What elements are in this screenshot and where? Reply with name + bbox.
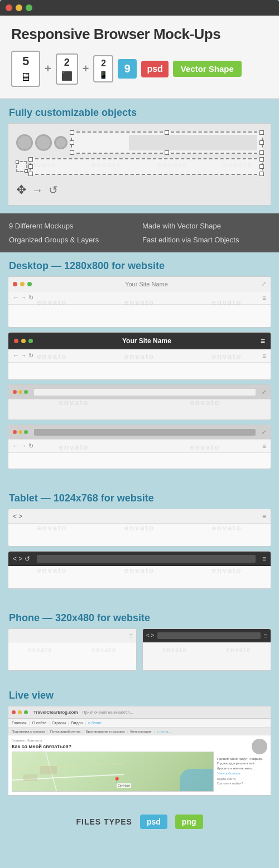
feature-3: Organized Groups & Layers — [9, 234, 137, 246]
live-view-section: Live view envato envato envato envato Tr… — [0, 682, 279, 807]
lv-subnav-consult[interactable]: Консультация — [130, 730, 151, 733]
tablet-section: Tablet — 1024x768 for website envato env… — [0, 485, 279, 604]
nav-arrows-1: ← → ↻ — [13, 294, 33, 301]
hamburger-dark: ≡ — [261, 337, 265, 345]
nav-arrows-4: ← → ↻ — [13, 442, 33, 450]
phone-content-2 — [143, 642, 271, 670]
phone-hamburger-2: ≡ — [264, 632, 267, 639]
customizable-section: Fully customizable objects envato envato… — [0, 99, 279, 213]
lv-sidebar-link[interactable]: Узнать больше — [217, 772, 267, 775]
psd-badge: psd — [141, 61, 168, 77]
psd-label: psd — [147, 64, 162, 74]
phone-chevrons-2: < > — [146, 632, 154, 638]
monitor-icon: 🖥 — [20, 71, 31, 84]
gear-group — [16, 134, 68, 151]
lv-sidebar-text: Привет! Меня зовут Глафира. Год назад я … — [217, 757, 267, 771]
lv-site-url: TravelClearBlog.com — [33, 710, 78, 715]
browser-mockup-4: envato envato ⤢ ← → ↻ ≡ — [8, 425, 271, 469]
lv-nav-video[interactable]: Видео — [71, 721, 83, 725]
desktop-number: 5 — [22, 54, 29, 69]
file-png-badge: png — [175, 815, 203, 829]
tablet-mockup-2: envato envato envato < > ↺ ≡ — [8, 551, 271, 589]
tablet-hamburger-1: ≡ — [262, 513, 266, 520]
phone-mockups: envato envato ≡ envato envato < > ≡ — [0, 628, 279, 680]
lv-nav-home[interactable]: Главная — [12, 721, 27, 725]
phone-url-2 — [157, 632, 260, 639]
lv-dot-red — [12, 710, 16, 714]
lv-subnav-prep[interactable]: Подготовка к поездке — [12, 730, 45, 733]
gear-3 — [54, 136, 68, 149]
vector-badge: Vector Shape — [173, 61, 242, 77]
browser-site-name-1: Your Site Name — [35, 281, 258, 287]
count-number: 9 — [124, 62, 131, 75]
feature-2: Made with Vector Shape — [142, 220, 270, 232]
svg-rect-3 — [40, 766, 57, 774]
browser-mockup-1: envato envato envato Your Site Name ⤢ ← … — [8, 276, 271, 328]
dots-row-3 — [13, 390, 28, 394]
lv-nav-stories[interactable]: Страны — [52, 721, 66, 725]
browser-nav-bar-4: ← → ↻ ≡ — [8, 440, 271, 453]
desktop-title: Desktop — 1280x800 for website — [0, 252, 279, 276]
browser-content-1 — [8, 305, 271, 327]
city-hotel-label: City Hotel — [117, 783, 131, 788]
nav-arrows-2: ← → ↻ — [13, 352, 33, 359]
header-section: Responsive Browser Mock-Ups 5 🖥 + 2 ⬛ + … — [0, 16, 279, 99]
tablet-bar-1: < > ≡ — [8, 509, 271, 524]
tablet-icon: ⬛ — [61, 71, 73, 81]
tablet-chevrons-1: < > — [13, 513, 22, 520]
browser-content-4 — [8, 453, 271, 469]
browser-mockup-2: envato envato envato Your Site Name ≡ ← … — [8, 332, 271, 380]
dots-row-4 — [13, 430, 28, 434]
lv-nav-blog[interactable]: о блоге... — [88, 721, 105, 725]
svg-line-2 — [12, 763, 124, 769]
selection-handle-2 — [16, 161, 27, 172]
file-png-label: png — [182, 817, 196, 826]
vector-label: Vector Shape — [181, 64, 234, 74]
selection-row — [16, 131, 263, 154]
lv-main-content: Главная › Контакты Как со мной связаться… — [12, 739, 214, 792]
lv-dot-green — [24, 710, 28, 714]
browser-dot-yellow — [20, 282, 25, 286]
lv-sidebar-label-2: Где меня найти? — [217, 782, 267, 785]
tablet-number: 2 — [64, 57, 70, 69]
lv-subnav-tickets[interactable]: Поиск авиабилетов — [50, 730, 80, 733]
address-bar-3 — [34, 389, 256, 396]
customizable-title: Fully customizable objects — [0, 99, 279, 123]
phone-mockup-1: envato envato ≡ — [8, 628, 137, 671]
lv-subnav-more[interactable]: с гостю... — [157, 730, 171, 733]
phone-content-1 — [8, 642, 136, 670]
move-icon: ✥ — [16, 183, 26, 197]
refresh-icon: ↺ — [49, 183, 58, 197]
plus-1: + — [45, 62, 51, 75]
browser-dot-green — [27, 282, 32, 286]
tablet-chevrons-2: < > ↺ — [13, 555, 30, 563]
lv-nav-about[interactable]: О сайте — [32, 721, 46, 725]
file-psd-badge: psd — [140, 815, 167, 829]
phone-row: envato envato ≡ envato envato < > ≡ — [8, 628, 271, 671]
custom-objects-inner: envato envato envato envato — [8, 123, 271, 206]
live-view-body: Главная › Контакты Как со мной связаться… — [8, 735, 271, 795]
selection-box — [71, 131, 263, 154]
live-view-navbar: Главная | О сайте | Страны | Видео | о б… — [8, 719, 271, 728]
lv-avatar — [252, 739, 267, 754]
phone-section: Phone — 320x480 for website envato envat… — [0, 604, 279, 682]
arrow-right-icon: → — [32, 184, 43, 197]
browser-dark-titlebar: Your Site Name ≡ — [8, 333, 271, 349]
custom-objects-area: envato envato envato envato — [0, 123, 279, 213]
dark-site-name: Your Site Name — [122, 337, 171, 345]
expand-icon-4: ⤢ — [262, 429, 266, 435]
features-section: 9 Different Mockups Made with Vector Sha… — [0, 213, 279, 252]
dot-red — [6, 4, 12, 11]
selected-shape — [129, 135, 257, 150]
dark-dot-green — [28, 339, 33, 343]
tablet-bar-2: < > ↺ ≡ — [8, 552, 271, 566]
browser-titlebar-4: ⤢ — [8, 425, 271, 440]
tablet-content-1 — [8, 524, 271, 546]
lv-map: 📍 City Hotel — [12, 752, 214, 792]
browser-dot-red — [13, 282, 17, 286]
lv-subnav-book[interactable]: Бронирование страховки — [86, 730, 125, 733]
tablet-title: Tablet — 1024x768 for website — [0, 485, 279, 509]
dark-dot-red — [14, 339, 18, 343]
hamburger-4: ≡ — [262, 442, 266, 450]
dot-yellow — [16, 4, 22, 11]
